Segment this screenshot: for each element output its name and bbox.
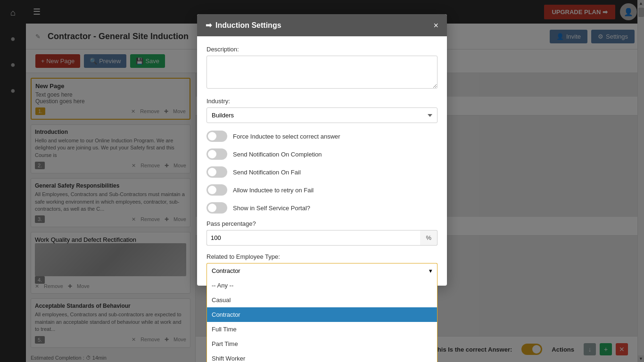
- pass-percentage-input[interactable]: [206, 230, 420, 246]
- show-portal-toggle[interactable]: [206, 202, 227, 214]
- force-inductee-label: Force Inductee to select correct answer: [233, 133, 340, 140]
- option-casual[interactable]: Casual: [207, 293, 437, 307]
- modal-body: Description: Industry: Builders Force In…: [197, 36, 447, 278]
- pass-percentage-unit: %: [420, 230, 438, 246]
- employee-type-dropdown-wrapper: Contractor ▾ -- Any -- Casual Contractor…: [206, 263, 438, 278]
- industry-group: Industry: Builders: [206, 98, 438, 123]
- employee-type-dropdown-list: -- Any -- Casual Contractor Full Time Pa…: [206, 278, 438, 362]
- modal-close-button[interactable]: ×: [433, 21, 438, 30]
- modal-title: ➡ Induction Settings: [206, 21, 281, 30]
- induction-settings-modal: ➡ Induction Settings × Description: Indu…: [197, 14, 447, 286]
- description-label: Description:: [206, 46, 438, 53]
- employee-type-group: Related to Employee Type: Contractor ▾ -…: [206, 253, 438, 278]
- option-parttime[interactable]: Part Time: [207, 337, 437, 351]
- send-notification-completion-label: Send Notification On Completion: [233, 151, 322, 158]
- send-notification-fail-toggle[interactable]: [206, 166, 227, 178]
- allow-retry-toggle[interactable]: [206, 184, 227, 196]
- chevron-down-icon: ▾: [429, 267, 432, 274]
- option-any[interactable]: -- Any --: [207, 278, 437, 293]
- modal-header: ➡ Induction Settings ×: [197, 14, 447, 36]
- show-portal-label: Show in Self Service Portal?: [233, 205, 310, 212]
- description-group: Description:: [206, 46, 438, 90]
- employee-type-label: Related to Employee Type:: [206, 253, 438, 260]
- employee-type-dropdown-trigger[interactable]: Contractor ▾: [206, 263, 438, 278]
- allow-retry-label: Allow Inductee to retry on Fail: [233, 187, 314, 194]
- modal-overlay: ➡ Induction Settings × Description: Indu…: [0, 0, 644, 362]
- option-shiftworker[interactable]: Shift Worker: [207, 351, 437, 362]
- toggle-send-notification-fail: Send Notification On Fail: [206, 166, 438, 178]
- modal-icon: ➡: [206, 21, 212, 30]
- option-fulltime[interactable]: Full Time: [207, 322, 437, 337]
- pass-percentage-input-row: %: [206, 230, 438, 246]
- toggle-show-portal: Show in Self Service Portal?: [206, 202, 438, 214]
- toggle-send-notification-completion: Send Notification On Completion: [206, 148, 438, 160]
- industry-select[interactable]: Builders: [206, 107, 438, 123]
- employee-type-selected-value: Contractor: [212, 267, 240, 274]
- pass-percentage-label: Pass percentage?: [206, 220, 438, 227]
- toggle-force-inductee: Force Inductee to select correct answer: [206, 131, 438, 142]
- send-notification-fail-label: Send Notification On Fail: [233, 169, 301, 176]
- option-contractor[interactable]: Contractor: [207, 307, 437, 322]
- description-textarea[interactable]: [206, 56, 438, 89]
- force-inductee-toggle[interactable]: [206, 131, 227, 142]
- pass-percentage-group: Pass percentage? %: [206, 220, 438, 246]
- send-notification-completion-toggle[interactable]: [206, 148, 227, 160]
- toggle-allow-retry: Allow Inductee to retry on Fail: [206, 184, 438, 196]
- industry-label: Industry:: [206, 98, 438, 105]
